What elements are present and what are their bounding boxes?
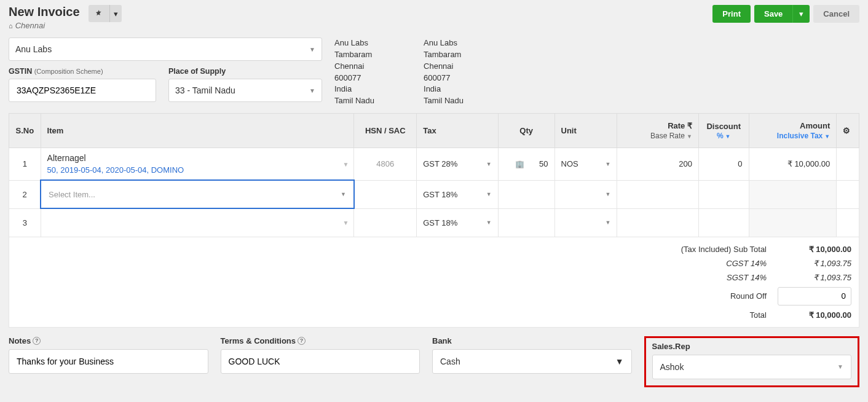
addr-pin: 600077: [424, 73, 464, 84]
qty-cell[interactable]: [498, 180, 554, 208]
amount-cell: ₹ 10,000.00: [749, 148, 837, 181]
bank-label: Bank: [432, 336, 632, 345]
item-cell[interactable]: Alternagel 50, 2019-05-04, 2020-05-04, D…: [41, 148, 354, 181]
subtotal-value: ₹ 10,000.00: [778, 245, 851, 254]
col-amount[interactable]: Amount Inclusive Tax▼: [749, 114, 837, 148]
help-icon[interactable]: ?: [33, 337, 41, 345]
notes-input[interactable]: [9, 349, 208, 374]
tax-cell[interactable]: GST 18%▼: [417, 208, 499, 237]
col-settings[interactable]: ⚙: [837, 114, 859, 148]
row-action-cell: [837, 208, 859, 237]
col-qty: Qty: [498, 114, 554, 148]
items-table: S.No Item HSN / SAC Tax Qty Unit Rate ₹ …: [9, 113, 859, 237]
terms-input[interactable]: [221, 349, 420, 374]
tax-cell[interactable]: GST 28%▼: [417, 148, 499, 181]
item-select-active[interactable]: Select Item... ▼: [41, 180, 354, 208]
col-item: Item: [41, 114, 354, 148]
sales-rep-value: Ashok: [660, 362, 684, 372]
chevron-down-icon: ▼: [615, 357, 624, 366]
addr-city: Chennai: [424, 61, 464, 73]
gear-icon[interactable]: ⚙: [843, 126, 850, 135]
addr-area: Tambaram: [334, 49, 374, 61]
roundoff-label: Round Off: [656, 291, 767, 301]
sales-rep-select[interactable]: Ashok ▼: [652, 355, 852, 379]
bank-select[interactable]: Cash ▼: [432, 349, 632, 374]
addr-country: India: [334, 84, 374, 95]
chevron-down-icon: ▼: [486, 161, 492, 167]
notes-label-text: Notes: [9, 336, 31, 345]
col-tax: Tax: [417, 114, 499, 148]
chevron-down-icon: ▼: [309, 46, 315, 53]
discount-cell[interactable]: [698, 208, 749, 237]
item-placeholder: Select Item...: [49, 190, 95, 199]
chevron-down-icon: ▼: [486, 191, 492, 197]
building-icon[interactable]: 🏢: [515, 160, 524, 168]
tax-value: GST 28%: [423, 159, 457, 168]
col-rate-label: Rate ₹: [668, 121, 692, 130]
qty-cell[interactable]: 🏢 50: [498, 148, 554, 181]
col-disc-label: Discount: [706, 122, 741, 131]
col-rate[interactable]: Rate ₹ Base Rate▼: [617, 114, 699, 148]
col-disc-pct: %: [717, 132, 724, 140]
rate-cell[interactable]: 200: [617, 148, 699, 181]
cgst-value: ₹ 1,093.75: [778, 259, 851, 268]
hsn-cell[interactable]: [354, 180, 417, 208]
row-action-cell: [837, 148, 859, 181]
hsn-cell[interactable]: 4806: [354, 148, 417, 181]
chevron-down-icon: ▼: [606, 219, 611, 226]
cgst-label: CGST 14%: [656, 259, 767, 268]
chevron-down-icon: ▼: [309, 87, 315, 94]
unit-cell[interactable]: NOS▼: [554, 148, 617, 181]
addr-country: India: [424, 84, 464, 95]
col-unit: Unit: [554, 114, 617, 148]
save-button[interactable]: Save: [754, 5, 792, 23]
col-discount[interactable]: Discount %▼: [698, 114, 749, 148]
subtotal-label: (Tax Included) Sub Total: [656, 245, 767, 254]
print-button[interactable]: Print: [712, 5, 751, 23]
help-icon[interactable]: ?: [298, 337, 306, 345]
discount-cell[interactable]: 0: [698, 148, 749, 181]
chevron-down-icon: ▼: [341, 191, 346, 197]
place-of-supply-select[interactable]: 33 - Tamil Nadu ▼: [168, 79, 322, 102]
addr-state: Tamil Nadu: [424, 95, 464, 107]
terms-label: Terms & Conditions ?: [221, 336, 420, 345]
addr-name: Anu Labs: [334, 37, 374, 49]
rate-cell[interactable]: [617, 180, 699, 208]
hsn-cell[interactable]: [354, 208, 417, 237]
qty-value: 50: [539, 159, 548, 168]
gstin-label-text: GSTIN: [9, 67, 32, 76]
page-title: New Invoice: [9, 5, 80, 19]
table-row: 2 Select Item... ▼ GST 18%▼ ▼: [9, 180, 859, 208]
tax-cell[interactable]: GST 18%▼: [417, 180, 499, 208]
total-label: Total: [656, 310, 767, 320]
qty-cell[interactable]: [498, 208, 554, 237]
customer-name: Anu Labs: [15, 44, 52, 54]
sgst-value: ₹ 1,093.75: [778, 273, 851, 282]
discount-cell[interactable]: [698, 180, 749, 208]
sales-rep-block: Sales.Rep Ashok ▼: [644, 336, 860, 387]
rate-cell[interactable]: [617, 208, 699, 237]
col-amt-label: Amount: [800, 121, 830, 130]
chevron-down-icon: ▼: [342, 160, 349, 167]
roundoff-input[interactable]: [778, 287, 851, 305]
billing-address: Anu Labs Tambaram Chennai 600077 India T…: [334, 37, 374, 107]
unit-cell[interactable]: ▼: [554, 180, 617, 208]
totals-panel: (Tax Included) Sub Total ₹ 10,000.00 CGS…: [9, 237, 859, 328]
item-cell[interactable]: ▼: [41, 208, 354, 237]
cancel-button[interactable]: Cancel: [813, 5, 859, 23]
customer-select[interactable]: Anu Labs ▼: [9, 37, 322, 61]
table-row: 3 ▼ GST 18%▼ ▼: [9, 208, 859, 237]
save-dropdown-caret[interactable]: ▾: [792, 5, 810, 23]
row-sno: 3: [9, 208, 41, 237]
location-text: Chennai: [15, 21, 45, 30]
gstin-input[interactable]: [9, 79, 156, 102]
item-batch-meta[interactable]: 50, 2019-05-04, 2020-05-04, DOMINO: [47, 165, 348, 175]
pin-button-group[interactable]: ▾: [89, 5, 122, 22]
chevron-down-icon: ▼: [486, 219, 492, 226]
pin-dropdown-caret[interactable]: ▾: [109, 5, 122, 22]
save-split-button[interactable]: Save ▾: [754, 5, 810, 23]
unit-cell[interactable]: ▼: [554, 208, 617, 237]
addr-pin: 600077: [334, 73, 374, 84]
pin-icon[interactable]: [89, 6, 109, 21]
tax-value: GST 18%: [423, 218, 457, 227]
